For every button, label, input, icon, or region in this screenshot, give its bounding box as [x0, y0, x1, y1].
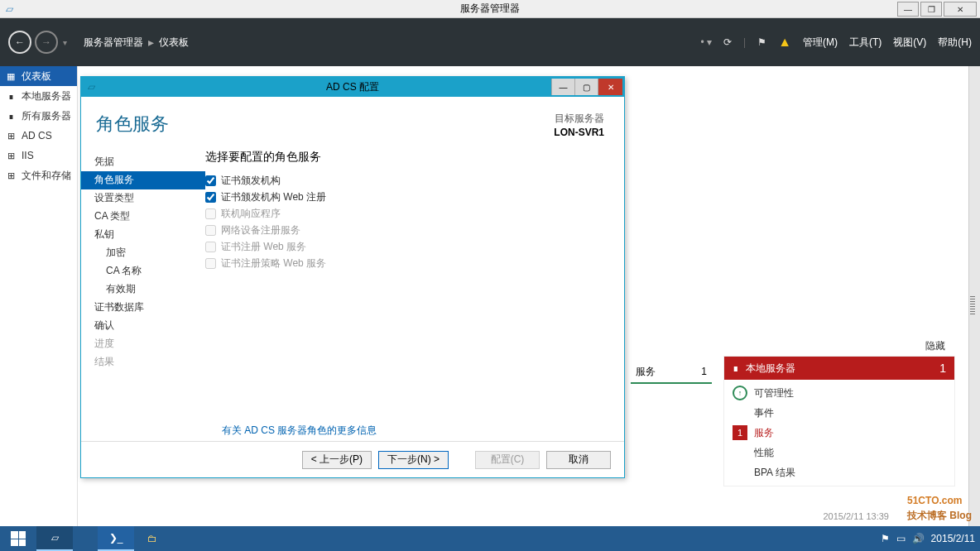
role-option[interactable]: 证书颁发机构 Web 注册: [205, 189, 608, 206]
nav-dropdown-icon[interactable]: ▾: [63, 38, 67, 47]
wizard-icon: ▱: [81, 81, 101, 93]
wizard-maximize-button[interactable]: ▢: [574, 79, 598, 95]
role-label: 证书注册 Web 服务: [221, 240, 306, 254]
alert-count-badge: 1: [733, 425, 747, 440]
role-checkbox[interactable]: [205, 192, 216, 203]
sidebar-item-dashboard[interactable]: ▦仪表板: [0, 66, 77, 86]
wizard-step[interactable]: 凭据: [81, 153, 205, 171]
tile-left-count: 1: [701, 366, 707, 377]
tile-line[interactable]: BPA 结果: [724, 462, 954, 482]
role-option: 证书注册策略 Web 服务: [205, 256, 608, 272]
tray-network-icon[interactable]: ▭: [896, 533, 906, 544]
next-button[interactable]: 下一步(N) >: [378, 451, 449, 469]
window-minimize-button[interactable]: —: [897, 2, 919, 17]
start-button[interactable]: [0, 526, 36, 551]
sidebar-item-local[interactable]: ∎本地服务器: [0, 86, 77, 106]
prev-button[interactable]: < 上一步(P): [302, 451, 372, 469]
wizard-main: 选择要配置的角色服务 证书颁发机构 证书颁发机构 Web 注册 联机响应程序 网…: [205, 148, 624, 441]
taskbar: ▱ ❯_ 🗀 ⚑ ▭ 🔊 2015/2/11: [0, 526, 980, 551]
breadcrumb-sep-icon: ▸: [148, 36, 154, 49]
wizard-steps: 凭据 角色服务 设置类型 CA 类型 私钥 加密 CA 名称 有效期 证书数据库…: [81, 148, 205, 441]
role-checkbox: [205, 208, 216, 219]
warning-icon[interactable]: ▲: [778, 35, 791, 50]
wizard-title: AD CS 配置: [326, 80, 379, 94]
sidebar-item-all[interactable]: ∎所有服务器: [0, 106, 77, 126]
nav-forward-button[interactable]: →: [35, 31, 58, 54]
menu-view[interactable]: 视图(V): [893, 36, 926, 50]
target-label: 目标服务器: [554, 112, 604, 126]
tile-title: 本地服务器: [746, 362, 795, 376]
watermark-main: 51CTO.com: [907, 495, 962, 506]
refresh-chev-icon[interactable]: • ▾: [700, 36, 712, 48]
tray-date[interactable]: 2015/2/11: [931, 533, 975, 544]
taskbar-powershell[interactable]: ❯_: [98, 526, 134, 551]
role-label: 联机响应程序: [221, 207, 281, 221]
role-checkbox: [205, 258, 216, 269]
wizard-step[interactable]: CA 类型: [81, 208, 205, 226]
tray-flag-icon[interactable]: ⚑: [881, 533, 890, 544]
wizard-titlebar[interactable]: ▱ AD CS 配置 — ▢ ✕: [81, 77, 624, 97]
wizard-close-button[interactable]: ✕: [598, 79, 622, 95]
tray-volume-icon[interactable]: 🔊: [912, 533, 925, 544]
ghost-timestamp: 2015/2/11 13:39: [823, 511, 889, 521]
wizard-step[interactable]: 证书数据库: [81, 299, 205, 317]
adcs-config-wizard: ▱ AD CS 配置 — ▢ ✕ 角色服务 目标服务器 LON-SVR1 凭据 …: [80, 76, 625, 478]
wizard-step[interactable]: 角色服务: [81, 171, 205, 189]
breadcrumb-root[interactable]: 服务器管理器: [84, 36, 143, 50]
sidebar: ▦仪表板 ∎本地服务器 ∎所有服务器 ⊞AD CS ⊞IIS ⊞文件和存储: [0, 66, 78, 526]
role-label: 证书注册策略 Web 服务: [221, 256, 326, 271]
wizard-minimize-button[interactable]: —: [551, 79, 574, 95]
more-info-link[interactable]: 有关 AD CS 服务器角色的更多信息: [222, 424, 377, 438]
tile-left-label: 服务: [636, 365, 656, 379]
watermark-sub: 技术博客 Blog: [907, 509, 972, 523]
wizard-step: 结果: [81, 353, 205, 371]
tile-line[interactable]: ↑可管理性: [724, 383, 954, 403]
taskbar-server-manager[interactable]: ▱: [36, 526, 73, 551]
wizard-step[interactable]: 加密: [81, 244, 205, 262]
menu-help[interactable]: 帮助(H): [938, 36, 972, 50]
role-icon: ⊞: [5, 131, 17, 141]
breadcrumb: 服务器管理器 ▸ 仪表板: [84, 36, 189, 50]
window-close-button[interactable]: ✕: [944, 2, 977, 17]
wizard-footer: < 上一步(P) 下一步(N) > 配置(C) 取消: [81, 441, 624, 477]
flag-icon[interactable]: ⚑: [757, 36, 766, 48]
wizard-step[interactable]: CA 名称: [81, 262, 205, 280]
sidebar-item-label: 文件和存储: [22, 169, 71, 183]
menu-tools[interactable]: 工具(T): [849, 36, 882, 50]
sidebar-item-iis[interactable]: ⊞IIS: [0, 146, 77, 165]
wizard-subtitle: 选择要配置的角色服务: [205, 150, 608, 165]
configure-button: 配置(C): [475, 451, 540, 469]
sidebar-item-label: 所有服务器: [22, 109, 71, 123]
wizard-step[interactable]: 私钥: [81, 226, 205, 244]
role-option[interactable]: 证书颁发机构: [205, 173, 608, 189]
role-option: 网络设备注册服务: [205, 223, 608, 239]
tile-count: 1: [939, 362, 946, 375]
wizard-step[interactable]: 确认: [81, 317, 205, 335]
wizard-step: 进度: [81, 335, 205, 353]
menu-manage[interactable]: 管理(M): [803, 36, 838, 50]
tile-line[interactable]: 性能: [724, 443, 954, 462]
role-option: 联机响应程序: [205, 206, 608, 223]
tile-local-header[interactable]: ∎本地服务器 1: [724, 357, 954, 380]
collapse-button[interactable]: 隐藏: [925, 339, 945, 353]
cancel-button[interactable]: 取消: [546, 451, 611, 469]
wizard-step[interactable]: 设置类型: [81, 189, 205, 208]
window-maximize-button[interactable]: ❐: [920, 2, 942, 17]
role-checkbox[interactable]: [205, 175, 216, 186]
sidebar-item-label: AD CS: [22, 130, 52, 141]
sidebar-item-adcs[interactable]: ⊞AD CS: [0, 126, 77, 146]
scrollbar-thumb[interactable]: [970, 296, 975, 316]
tile-line[interactable]: 事件: [724, 403, 954, 423]
refresh-icon[interactable]: ⟳: [723, 36, 732, 48]
status-ok-icon: ↑: [733, 386, 747, 400]
sidebar-item-files[interactable]: ⊞文件和存储: [0, 165, 77, 185]
sidebar-item-label: 本地服务器: [22, 89, 71, 103]
nav-back-button[interactable]: ←: [8, 31, 31, 54]
right-scrollbar[interactable]: [968, 66, 980, 526]
tile-line-alert[interactable]: 1服务: [724, 423, 954, 443]
window-titlebar: ▱ 服务器管理器 — ❐ ✕: [0, 0, 980, 18]
taskbar-explorer[interactable]: 🗀: [134, 526, 171, 551]
breadcrumb-page[interactable]: 仪表板: [159, 36, 189, 50]
role-label: 网络设备注册服务: [221, 223, 300, 237]
wizard-step[interactable]: 有效期: [81, 280, 205, 299]
